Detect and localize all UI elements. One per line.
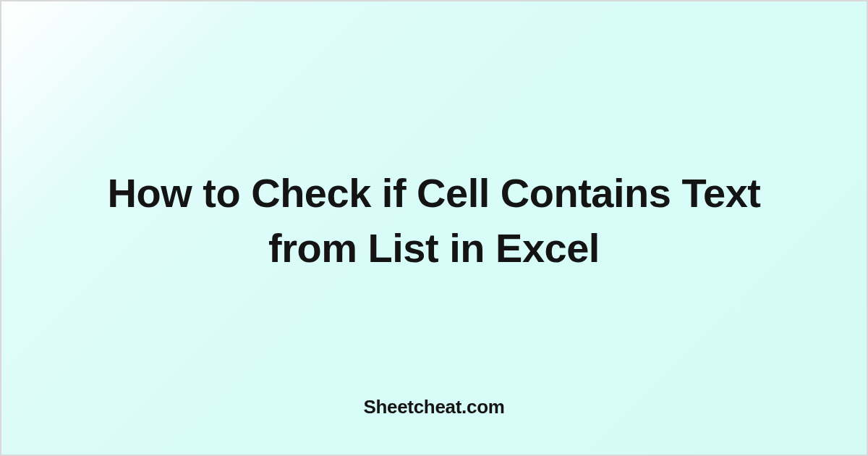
feature-card: How to Check if Cell Contains Text from … xyxy=(0,0,868,456)
article-title: How to Check if Cell Contains Text from … xyxy=(59,166,809,275)
site-attribution: Sheetcheat.com xyxy=(1,396,867,418)
